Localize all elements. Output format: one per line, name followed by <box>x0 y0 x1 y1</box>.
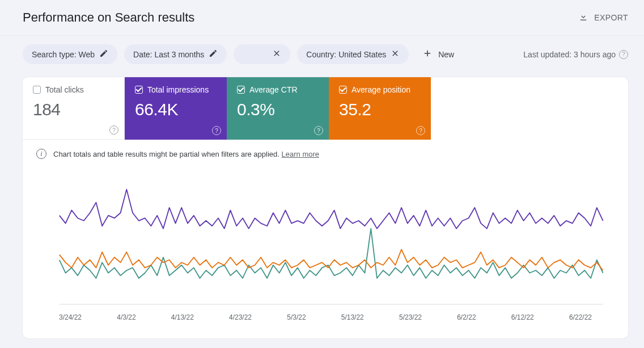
metric-ctr-label: Average CTR <box>249 85 298 94</box>
last-updated: Last updated: 3 hours ago ? <box>523 50 628 59</box>
x-tick: 4/13/22 <box>171 313 194 321</box>
help-icon[interactable]: ? <box>109 125 118 135</box>
metric-position[interactable]: Average position 35.2 ? <box>329 77 431 140</box>
help-icon[interactable]: ? <box>416 126 425 135</box>
metric-row: Total clicks 184 ? Total impressions 66.… <box>23 77 628 140</box>
plus-icon <box>422 48 433 60</box>
metric-position-label: Average position <box>351 85 410 94</box>
banner-text: Chart totals and table results might be … <box>53 150 279 158</box>
filter-search-type-label: Search type: Web <box>32 50 95 59</box>
x-tick: 4/3/22 <box>117 313 135 321</box>
page-header: Performance on Search results EXPORT <box>0 0 644 36</box>
performance-card: Total clicks 184 ? Total impressions 66.… <box>23 77 628 338</box>
metric-impressions-value: 66.4K <box>135 100 217 119</box>
chart-area: 3/24/224/3/224/13/224/23/225/3/225/13/22… <box>23 162 628 338</box>
x-tick: 6/12/22 <box>511 313 534 321</box>
add-filter-button[interactable]: New <box>416 44 461 65</box>
checkbox-icon <box>339 86 347 94</box>
filter-date-label: Date: Last 3 months <box>133 50 204 59</box>
metric-clicks-label: Total clicks <box>45 85 84 94</box>
metric-impressions[interactable]: Total impressions 66.4K ? <box>125 77 227 140</box>
performance-chart <box>36 168 615 310</box>
checkbox-icon <box>135 86 143 94</box>
pencil-icon <box>209 49 218 60</box>
filter-bar: Search type: Web Date: Last 3 months Cou… <box>0 36 644 73</box>
x-tick: 5/23/22 <box>399 313 422 321</box>
info-banner: i Chart totals and table results might b… <box>23 140 628 162</box>
x-tick: 6/22/22 <box>569 313 592 321</box>
x-tick: 5/13/22 <box>341 313 364 321</box>
learn-more-link[interactable]: Learn more <box>282 150 319 158</box>
filter-country-label: Country: United States <box>306 50 386 59</box>
metric-clicks-value: 184 <box>33 100 114 119</box>
filter-country[interactable]: Country: United States <box>297 44 409 64</box>
download-icon <box>578 12 588 24</box>
close-icon[interactable] <box>272 49 281 60</box>
chart-x-axis: 3/24/224/3/224/13/224/23/225/3/225/13/22… <box>36 310 615 321</box>
x-tick: 3/24/22 <box>59 313 82 321</box>
x-tick: 4/23/22 <box>229 313 252 321</box>
checkbox-icon <box>237 86 245 94</box>
metric-position-value: 35.2 <box>339 100 421 119</box>
help-icon[interactable]: ? <box>314 126 323 135</box>
checkbox-icon <box>33 86 41 94</box>
metric-ctr[interactable]: Average CTR 0.3% ? <box>227 77 329 140</box>
metric-impressions-label: Total impressions <box>147 85 209 94</box>
close-icon[interactable] <box>391 49 400 60</box>
filter-date[interactable]: Date: Last 3 months <box>124 44 227 64</box>
page-title: Performance on Search results <box>23 10 194 25</box>
metric-ctr-value: 0.3% <box>237 100 319 119</box>
help-icon[interactable]: ? <box>212 126 221 135</box>
filter-search-type[interactable]: Search type: Web <box>23 44 117 64</box>
x-tick: 6/2/22 <box>457 313 476 321</box>
filter-blank[interactable] <box>234 44 290 64</box>
pencil-icon <box>99 49 108 60</box>
info-icon: i <box>36 149 46 159</box>
metric-clicks[interactable]: Total clicks 184 ? <box>23 77 125 140</box>
last-updated-text: Last updated: 3 hours ago <box>523 50 616 59</box>
export-button[interactable]: EXPORT <box>578 12 628 24</box>
add-filter-label: New <box>438 50 454 59</box>
x-tick: 5/3/22 <box>287 313 306 321</box>
help-icon[interactable]: ? <box>619 50 628 59</box>
export-label: EXPORT <box>594 13 628 22</box>
